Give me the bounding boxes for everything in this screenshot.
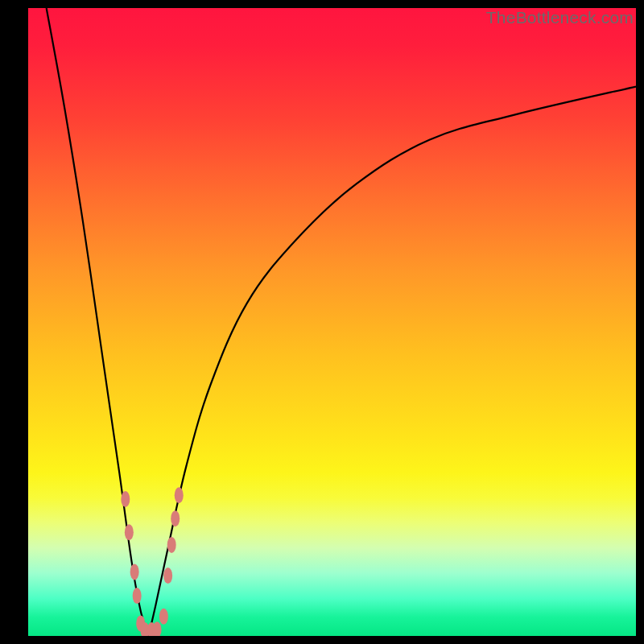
marker-dot	[133, 588, 142, 604]
marker-dot	[125, 524, 134, 540]
attribution-watermark: TheBottleneck.com	[486, 8, 634, 27]
plot-area: TheBottleneck.com	[28, 8, 636, 636]
marker-dot	[130, 564, 139, 580]
curve-left-branch	[47, 8, 149, 636]
marker-dot	[121, 491, 130, 507]
marker-dot	[167, 537, 176, 553]
chart-stage: TheBottleneck.com	[0, 0, 644, 644]
marker-dot	[159, 609, 168, 625]
curve-layer	[28, 8, 636, 636]
marker-dots-group	[121, 487, 183, 636]
marker-dot	[171, 510, 180, 526]
marker-dot	[175, 487, 184, 503]
curve-right-branch	[148, 87, 636, 637]
marker-dot	[163, 568, 172, 584]
